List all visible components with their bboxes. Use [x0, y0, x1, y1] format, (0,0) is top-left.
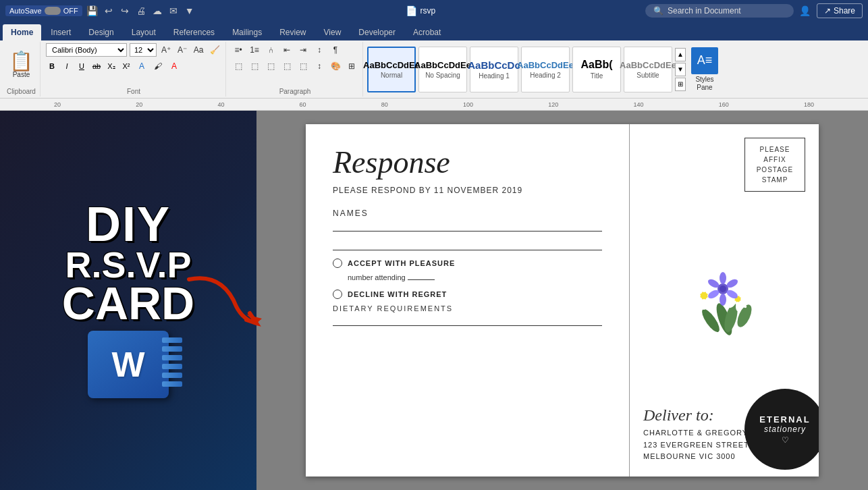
text-color-button[interactable]: A — [167, 59, 181, 73]
search-icon: 🔍 — [653, 6, 663, 16]
search-bar[interactable]: 🔍 Search in Document — [645, 4, 794, 18]
main-area: DIY R.S.V.P CARD W Response — [0, 111, 868, 490]
tab-layout[interactable]: Layout — [124, 24, 164, 40]
bold-button[interactable]: B — [46, 60, 58, 72]
tab-view[interactable]: View — [316, 24, 350, 40]
font-label: Font — [127, 88, 140, 95]
redo-icon[interactable]: ↪ — [119, 5, 131, 17]
bullets-button[interactable]: ≡• — [232, 43, 245, 57]
style-heading2[interactable]: AaBbCcDdEe Heading 2 — [521, 47, 570, 92]
styles-more-button[interactable]: ⊞ — [675, 78, 686, 91]
paste-button[interactable]: 📋 Paste — [7, 51, 36, 80]
style-subtitle[interactable]: AaBbCcDdEe Subtitle — [624, 47, 672, 92]
undo-icon[interactable]: ↩ — [103, 5, 115, 17]
style-title-label: Title — [591, 72, 603, 80]
svg-point-27 — [720, 294, 726, 306]
styles-nav: ▲ ▼ ⊞ — [675, 48, 686, 91]
numbering-button[interactable]: 1≡ — [248, 43, 261, 57]
decline-option[interactable]: DECLINE WITH REGRET — [333, 290, 602, 299]
svg-point-24 — [720, 272, 726, 284]
number-attending: number attending — [348, 273, 602, 281]
filename: rsvp — [421, 6, 436, 16]
font-size-select[interactable]: 12 — [130, 43, 157, 57]
tab-mailings[interactable]: Mailings — [224, 24, 270, 40]
deliver-to-label: Deliver to: — [643, 406, 749, 425]
deliver-name: CHARLOTTE & GREGORY 123 EVERGREEN STREET… — [643, 427, 749, 463]
cloud-icon[interactable]: ☁ — [151, 5, 163, 17]
superscript-button[interactable]: X² — [120, 60, 132, 72]
style-nospacing-preview: AaBbCcDdEe — [414, 60, 471, 70]
word-document: Response PLEASE RESPOND BY 11 NOVEMBER 2… — [306, 124, 819, 477]
increase-indent-button[interactable]: ⇥ — [296, 43, 310, 57]
style-normal[interactable]: AaBbCcDdEe Normal — [367, 47, 416, 92]
clear-format-button[interactable]: 🧹 — [208, 43, 221, 57]
paragraph-top: ≡• 1≡ ⑃ ⇤ ⇥ ↕ ¶ ⬚ ⬚ ⬚ ⬚ ⬚ ↕ 🎨 ⊞ — [232, 43, 358, 86]
style-no-spacing[interactable]: AaBbCcDdEe No Spacing — [418, 47, 467, 92]
tab-developer[interactable]: Developer — [350, 24, 404, 40]
multilevel-button[interactable]: ⑃ — [264, 43, 277, 57]
more-icon[interactable]: ▼ — [184, 5, 196, 17]
flower-illustration — [670, 258, 778, 339]
change-case-button[interactable]: Aa — [192, 43, 205, 57]
ribbon-clipboard: 📋 Paste Clipboard — [3, 42, 40, 97]
justify-button[interactable]: ⬚ — [280, 59, 294, 73]
styles-pane-label: StylesPane — [695, 76, 713, 92]
tab-insert[interactable]: Insert — [43, 24, 79, 40]
align-right-button[interactable]: ⬚ — [264, 59, 277, 73]
font-shrink-button[interactable]: A⁻ — [175, 43, 189, 57]
align-left-button[interactable]: ⬚ — [232, 59, 245, 73]
svg-point-10 — [701, 299, 707, 310]
clipboard-top: 📋 Paste — [7, 43, 36, 86]
ribbon-paragraph: ≡• 1≡ ⑃ ⇤ ⇥ ↕ ¶ ⬚ ⬚ ⬚ ⬚ ⬚ ↕ 🎨 ⊞ Paragrap… — [227, 42, 363, 97]
styles-pane-button[interactable]: A≡ StylesPane — [688, 45, 721, 94]
accept-option[interactable]: ACCEPT WITH PLEASURE — [333, 258, 602, 268]
accept-radio[interactable] — [333, 258, 342, 268]
style-subtitle-preview: AaBbCcDdEe — [620, 60, 676, 70]
style-title[interactable]: AaBb( Title — [572, 47, 621, 92]
tab-design[interactable]: Design — [80, 24, 121, 40]
sort-button[interactable]: ↕ — [313, 43, 326, 57]
font-family-select[interactable]: Calibri (Body) — [46, 43, 127, 57]
styles-down-button[interactable]: ▼ — [675, 63, 686, 76]
save-icon[interactable]: 💾 — [86, 5, 99, 17]
columns-button[interactable]: ⬚ — [296, 59, 310, 73]
names-field[interactable] — [333, 221, 602, 232]
document-area[interactable]: Response PLEASE RESPOND BY 11 NOVEMBER 2… — [256, 111, 868, 490]
subscript-button[interactable]: X₂ — [105, 60, 117, 72]
stamp-box: PLEASE AFFIX POSTAGE STAMP — [744, 138, 805, 192]
borders-button[interactable]: ⊞ — [345, 59, 358, 73]
para-row-2: ⬚ ⬚ ⬚ ⬚ ⬚ ↕ 🎨 ⊞ — [232, 59, 358, 73]
svg-point-19 — [736, 302, 740, 311]
font-grow-button[interactable]: A⁺ — [159, 43, 173, 57]
line-spacing-button[interactable]: ↕ — [313, 59, 326, 73]
style-heading1[interactable]: AaBbCcDc Heading 1 — [470, 47, 518, 92]
tab-home[interactable]: Home — [3, 24, 41, 40]
account-icon[interactable]: 👤 — [799, 5, 811, 17]
mail-icon[interactable]: ✉ — [167, 5, 180, 17]
highlight-button[interactable]: 🖌 — [151, 59, 165, 73]
decline-radio[interactable] — [333, 290, 342, 299]
underline-button[interactable]: U — [76, 60, 88, 72]
autosave-toggle[interactable] — [45, 7, 61, 15]
italic-button[interactable]: I — [61, 60, 73, 72]
share-button[interactable]: ↗ Share — [817, 3, 863, 18]
styles-up-button[interactable]: ▲ — [675, 48, 686, 61]
shading-button[interactable]: 🎨 — [329, 59, 342, 73]
decrease-indent-button[interactable]: ⇤ — [280, 43, 294, 57]
strikethrough-button[interactable]: ab — [90, 60, 103, 72]
number-blank[interactable] — [408, 279, 435, 280]
thumbnail-panel: DIY R.S.V.P CARD W — [0, 111, 256, 490]
print-icon[interactable]: 🖨 — [135, 5, 147, 17]
tab-references[interactable]: References — [165, 24, 223, 40]
font-color-button[interactable]: A — [135, 59, 148, 73]
styles-pane-symbol: A≡ — [697, 53, 713, 67]
stamp-line3: POSTAGE — [757, 165, 794, 175]
dietary-field[interactable] — [333, 315, 602, 326]
align-center-button[interactable]: ⬚ — [248, 59, 261, 73]
tab-review[interactable]: Review — [271, 24, 314, 40]
extra-field[interactable] — [333, 240, 602, 250]
show-hide-button[interactable]: ¶ — [329, 43, 342, 57]
tab-acrobat[interactable]: Acrobat — [405, 24, 449, 40]
style-h2-label: Heading 2 — [530, 72, 561, 79]
autosave-badge[interactable]: AutoSave OFF — [5, 5, 82, 16]
